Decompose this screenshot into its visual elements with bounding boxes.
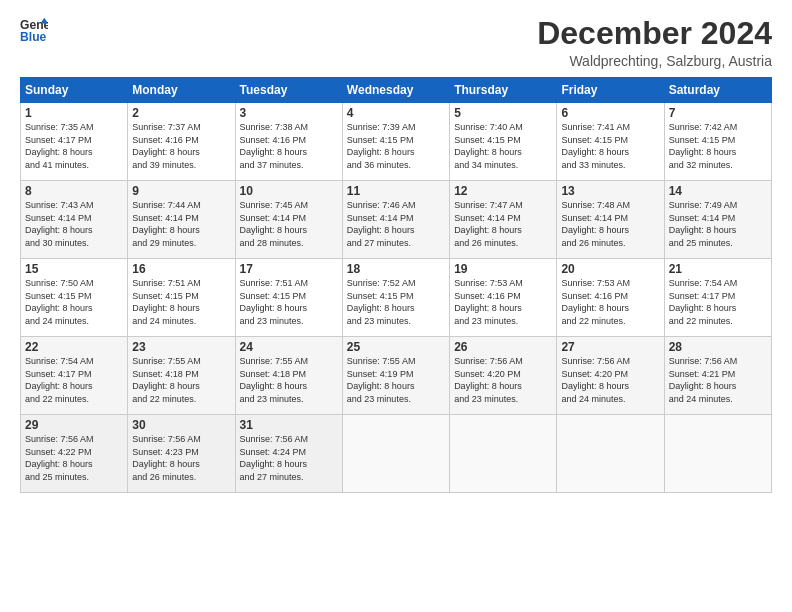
day-details: Sunrise: 7:56 AM Sunset: 4:23 PM Dayligh… (132, 433, 230, 483)
day-number: 17 (240, 262, 338, 276)
day-details: Sunrise: 7:49 AM Sunset: 4:14 PM Dayligh… (669, 199, 767, 249)
day-number: 6 (561, 106, 659, 120)
month-title: December 2024 (537, 16, 772, 51)
day-cell: 5Sunrise: 7:40 AM Sunset: 4:15 PM Daylig… (450, 103, 557, 181)
day-number: 2 (132, 106, 230, 120)
week-row-5: 29Sunrise: 7:56 AM Sunset: 4:22 PM Dayli… (21, 415, 772, 493)
day-cell: 6Sunrise: 7:41 AM Sunset: 4:15 PM Daylig… (557, 103, 664, 181)
day-details: Sunrise: 7:40 AM Sunset: 4:15 PM Dayligh… (454, 121, 552, 171)
header-row: SundayMondayTuesdayWednesdayThursdayFrid… (21, 78, 772, 103)
day-number: 31 (240, 418, 338, 432)
day-details: Sunrise: 7:43 AM Sunset: 4:14 PM Dayligh… (25, 199, 123, 249)
logo-icon: General Blue (20, 16, 48, 44)
day-number: 29 (25, 418, 123, 432)
location-subtitle: Waldprechting, Salzburg, Austria (537, 53, 772, 69)
day-cell: 8Sunrise: 7:43 AM Sunset: 4:14 PM Daylig… (21, 181, 128, 259)
day-number: 3 (240, 106, 338, 120)
week-row-4: 22Sunrise: 7:54 AM Sunset: 4:17 PM Dayli… (21, 337, 772, 415)
day-details: Sunrise: 7:44 AM Sunset: 4:14 PM Dayligh… (132, 199, 230, 249)
day-cell: 29Sunrise: 7:56 AM Sunset: 4:22 PM Dayli… (21, 415, 128, 493)
header-cell-saturday: Saturday (664, 78, 771, 103)
day-cell: 3Sunrise: 7:38 AM Sunset: 4:16 PM Daylig… (235, 103, 342, 181)
day-cell: 17Sunrise: 7:51 AM Sunset: 4:15 PM Dayli… (235, 259, 342, 337)
day-cell: 11Sunrise: 7:46 AM Sunset: 4:14 PM Dayli… (342, 181, 449, 259)
day-cell: 24Sunrise: 7:55 AM Sunset: 4:18 PM Dayli… (235, 337, 342, 415)
day-details: Sunrise: 7:56 AM Sunset: 4:24 PM Dayligh… (240, 433, 338, 483)
day-details: Sunrise: 7:47 AM Sunset: 4:14 PM Dayligh… (454, 199, 552, 249)
day-details: Sunrise: 7:45 AM Sunset: 4:14 PM Dayligh… (240, 199, 338, 249)
day-number: 23 (132, 340, 230, 354)
day-cell (450, 415, 557, 493)
day-number: 26 (454, 340, 552, 354)
day-details: Sunrise: 7:53 AM Sunset: 4:16 PM Dayligh… (454, 277, 552, 327)
day-number: 25 (347, 340, 445, 354)
day-number: 28 (669, 340, 767, 354)
day-details: Sunrise: 7:54 AM Sunset: 4:17 PM Dayligh… (669, 277, 767, 327)
day-details: Sunrise: 7:54 AM Sunset: 4:17 PM Dayligh… (25, 355, 123, 405)
day-cell: 7Sunrise: 7:42 AM Sunset: 4:15 PM Daylig… (664, 103, 771, 181)
day-number: 18 (347, 262, 445, 276)
day-details: Sunrise: 7:56 AM Sunset: 4:21 PM Dayligh… (669, 355, 767, 405)
day-number: 20 (561, 262, 659, 276)
header-cell-friday: Friday (557, 78, 664, 103)
day-details: Sunrise: 7:48 AM Sunset: 4:14 PM Dayligh… (561, 199, 659, 249)
day-cell: 16Sunrise: 7:51 AM Sunset: 4:15 PM Dayli… (128, 259, 235, 337)
day-cell: 26Sunrise: 7:56 AM Sunset: 4:20 PM Dayli… (450, 337, 557, 415)
title-block: December 2024 Waldprechting, Salzburg, A… (537, 16, 772, 69)
day-cell: 31Sunrise: 7:56 AM Sunset: 4:24 PM Dayli… (235, 415, 342, 493)
day-cell: 28Sunrise: 7:56 AM Sunset: 4:21 PM Dayli… (664, 337, 771, 415)
day-number: 27 (561, 340, 659, 354)
day-number: 19 (454, 262, 552, 276)
day-number: 15 (25, 262, 123, 276)
day-cell: 1Sunrise: 7:35 AM Sunset: 4:17 PM Daylig… (21, 103, 128, 181)
day-number: 10 (240, 184, 338, 198)
day-number: 5 (454, 106, 552, 120)
day-cell: 13Sunrise: 7:48 AM Sunset: 4:14 PM Dayli… (557, 181, 664, 259)
day-details: Sunrise: 7:52 AM Sunset: 4:15 PM Dayligh… (347, 277, 445, 327)
day-details: Sunrise: 7:42 AM Sunset: 4:15 PM Dayligh… (669, 121, 767, 171)
day-cell: 10Sunrise: 7:45 AM Sunset: 4:14 PM Dayli… (235, 181, 342, 259)
header-cell-monday: Monday (128, 78, 235, 103)
day-details: Sunrise: 7:35 AM Sunset: 4:17 PM Dayligh… (25, 121, 123, 171)
day-number: 22 (25, 340, 123, 354)
day-cell: 23Sunrise: 7:55 AM Sunset: 4:18 PM Dayli… (128, 337, 235, 415)
day-number: 4 (347, 106, 445, 120)
day-details: Sunrise: 7:55 AM Sunset: 4:18 PM Dayligh… (240, 355, 338, 405)
day-cell: 15Sunrise: 7:50 AM Sunset: 4:15 PM Dayli… (21, 259, 128, 337)
day-number: 21 (669, 262, 767, 276)
day-cell: 21Sunrise: 7:54 AM Sunset: 4:17 PM Dayli… (664, 259, 771, 337)
header: General Blue December 2024 Waldprechting… (20, 16, 772, 69)
day-details: Sunrise: 7:50 AM Sunset: 4:15 PM Dayligh… (25, 277, 123, 327)
logo: General Blue (20, 16, 48, 44)
day-cell: 4Sunrise: 7:39 AM Sunset: 4:15 PM Daylig… (342, 103, 449, 181)
day-number: 30 (132, 418, 230, 432)
day-number: 11 (347, 184, 445, 198)
day-number: 16 (132, 262, 230, 276)
day-number: 24 (240, 340, 338, 354)
day-cell (664, 415, 771, 493)
header-cell-thursday: Thursday (450, 78, 557, 103)
day-cell: 2Sunrise: 7:37 AM Sunset: 4:16 PM Daylig… (128, 103, 235, 181)
day-number: 14 (669, 184, 767, 198)
day-number: 13 (561, 184, 659, 198)
day-details: Sunrise: 7:51 AM Sunset: 4:15 PM Dayligh… (240, 277, 338, 327)
day-details: Sunrise: 7:46 AM Sunset: 4:14 PM Dayligh… (347, 199, 445, 249)
svg-text:Blue: Blue (20, 30, 47, 44)
day-cell: 25Sunrise: 7:55 AM Sunset: 4:19 PM Dayli… (342, 337, 449, 415)
day-cell: 9Sunrise: 7:44 AM Sunset: 4:14 PM Daylig… (128, 181, 235, 259)
week-row-1: 1Sunrise: 7:35 AM Sunset: 4:17 PM Daylig… (21, 103, 772, 181)
day-number: 12 (454, 184, 552, 198)
day-cell: 19Sunrise: 7:53 AM Sunset: 4:16 PM Dayli… (450, 259, 557, 337)
week-row-3: 15Sunrise: 7:50 AM Sunset: 4:15 PM Dayli… (21, 259, 772, 337)
calendar-page: General Blue December 2024 Waldprechting… (0, 0, 792, 612)
day-cell: 18Sunrise: 7:52 AM Sunset: 4:15 PM Dayli… (342, 259, 449, 337)
day-details: Sunrise: 7:55 AM Sunset: 4:18 PM Dayligh… (132, 355, 230, 405)
day-cell: 30Sunrise: 7:56 AM Sunset: 4:23 PM Dayli… (128, 415, 235, 493)
header-cell-wednesday: Wednesday (342, 78, 449, 103)
day-details: Sunrise: 7:37 AM Sunset: 4:16 PM Dayligh… (132, 121, 230, 171)
day-details: Sunrise: 7:56 AM Sunset: 4:20 PM Dayligh… (454, 355, 552, 405)
day-details: Sunrise: 7:56 AM Sunset: 4:20 PM Dayligh… (561, 355, 659, 405)
day-number: 7 (669, 106, 767, 120)
day-details: Sunrise: 7:39 AM Sunset: 4:15 PM Dayligh… (347, 121, 445, 171)
day-cell (342, 415, 449, 493)
